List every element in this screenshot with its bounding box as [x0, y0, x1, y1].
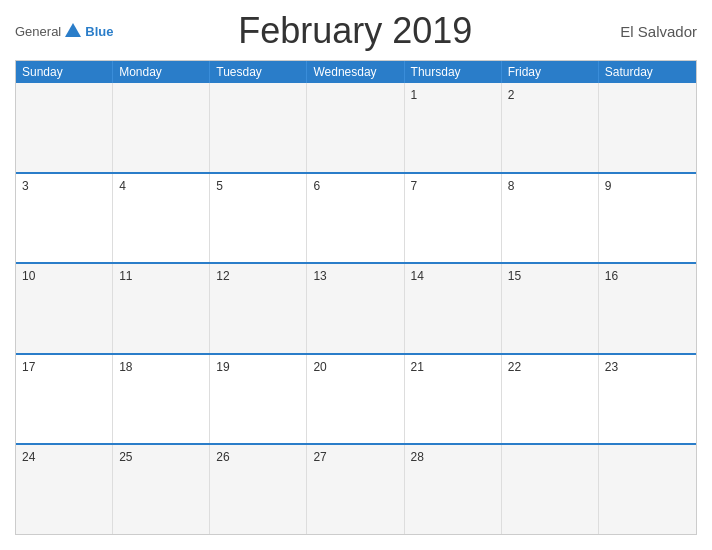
day-number: 4 — [119, 178, 203, 195]
day-number: 17 — [22, 359, 106, 376]
day-header-sunday: Sunday — [16, 61, 113, 83]
day-number: 23 — [605, 359, 690, 376]
day-number: 7 — [411, 178, 495, 195]
day-number: 24 — [22, 449, 106, 466]
day-cell: 2 — [502, 83, 599, 172]
day-number: 25 — [119, 449, 203, 466]
day-number: 22 — [508, 359, 592, 376]
day-cell: 15 — [502, 264, 599, 353]
day-cell — [599, 83, 696, 172]
logo-triangle-icon — [65, 23, 81, 37]
day-cell — [502, 445, 599, 534]
day-cell: 19 — [210, 355, 307, 444]
day-cell: 6 — [307, 174, 404, 263]
day-number: 19 — [216, 359, 300, 376]
day-cell: 11 — [113, 264, 210, 353]
day-number: 8 — [508, 178, 592, 195]
day-cell: 13 — [307, 264, 404, 353]
day-number: 18 — [119, 359, 203, 376]
day-cell: 20 — [307, 355, 404, 444]
day-cell: 7 — [405, 174, 502, 263]
day-cell: 3 — [16, 174, 113, 263]
day-header-thursday: Thursday — [405, 61, 502, 83]
day-number: 3 — [22, 178, 106, 195]
day-number: 26 — [216, 449, 300, 466]
week-row-1: 12 — [16, 83, 696, 174]
day-cell: 28 — [405, 445, 502, 534]
day-cell: 4 — [113, 174, 210, 263]
logo: General Blue — [15, 22, 113, 40]
day-number: 28 — [411, 449, 495, 466]
day-number: 1 — [411, 87, 495, 104]
country-label: El Salvador — [597, 23, 697, 40]
day-cell: 1 — [405, 83, 502, 172]
day-cell: 24 — [16, 445, 113, 534]
month-title: February 2019 — [113, 10, 597, 52]
day-cell: 10 — [16, 264, 113, 353]
day-number: 6 — [313, 178, 397, 195]
day-number: 14 — [411, 268, 495, 285]
day-cell — [113, 83, 210, 172]
day-header-wednesday: Wednesday — [307, 61, 404, 83]
calendar-body: 1234567891011121314151617181920212223242… — [16, 83, 696, 534]
week-row-5: 2425262728 — [16, 445, 696, 534]
day-cell: 26 — [210, 445, 307, 534]
days-header: SundayMondayTuesdayWednesdayThursdayFrid… — [16, 61, 696, 83]
day-cell: 23 — [599, 355, 696, 444]
day-cell: 22 — [502, 355, 599, 444]
day-header-tuesday: Tuesday — [210, 61, 307, 83]
week-row-3: 10111213141516 — [16, 264, 696, 355]
day-cell: 14 — [405, 264, 502, 353]
logo-general-text: General — [15, 24, 61, 39]
day-number: 21 — [411, 359, 495, 376]
day-number: 12 — [216, 268, 300, 285]
day-cell: 8 — [502, 174, 599, 263]
week-row-2: 3456789 — [16, 174, 696, 265]
day-cell — [210, 83, 307, 172]
day-cell: 27 — [307, 445, 404, 534]
day-cell: 5 — [210, 174, 307, 263]
day-header-friday: Friday — [502, 61, 599, 83]
day-number: 27 — [313, 449, 397, 466]
day-number: 9 — [605, 178, 690, 195]
day-number: 20 — [313, 359, 397, 376]
day-number: 15 — [508, 268, 592, 285]
day-cell: 16 — [599, 264, 696, 353]
week-row-4: 17181920212223 — [16, 355, 696, 446]
day-cell: 17 — [16, 355, 113, 444]
day-cell — [307, 83, 404, 172]
day-number: 10 — [22, 268, 106, 285]
day-number: 5 — [216, 178, 300, 195]
day-header-saturday: Saturday — [599, 61, 696, 83]
day-header-monday: Monday — [113, 61, 210, 83]
day-cell: 21 — [405, 355, 502, 444]
day-cell: 25 — [113, 445, 210, 534]
logo-blue-text: Blue — [85, 24, 113, 39]
day-cell — [16, 83, 113, 172]
day-number: 16 — [605, 268, 690, 285]
day-number: 11 — [119, 268, 203, 285]
calendar-container: General Blue February 2019 El Salvador S… — [0, 0, 712, 550]
day-cell: 9 — [599, 174, 696, 263]
day-number: 13 — [313, 268, 397, 285]
day-cell — [599, 445, 696, 534]
day-number: 2 — [508, 87, 592, 104]
day-cell: 18 — [113, 355, 210, 444]
calendar-grid: SundayMondayTuesdayWednesdayThursdayFrid… — [15, 60, 697, 535]
calendar-header: General Blue February 2019 El Salvador — [15, 10, 697, 52]
day-cell: 12 — [210, 264, 307, 353]
